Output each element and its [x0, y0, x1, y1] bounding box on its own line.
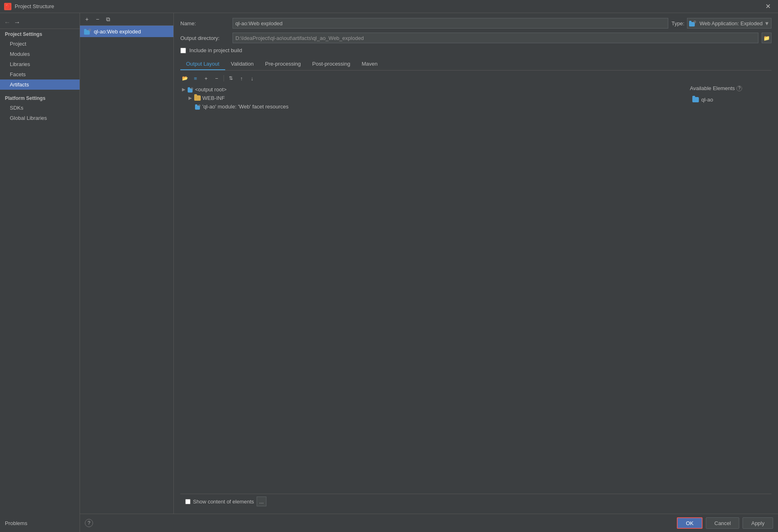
- show-content-label[interactable]: Show content of elements: [193, 499, 254, 505]
- help-button[interactable]: ?: [85, 519, 93, 527]
- platform-settings-label: Platform Settings: [0, 93, 80, 103]
- show-content-checkbox[interactable]: [185, 499, 191, 504]
- add-artifact-button[interactable]: +: [82, 15, 91, 24]
- folder-plus-icon: 📂: [182, 75, 188, 81]
- properties-icon: ≡: [194, 75, 197, 82]
- include-in-build-checkbox[interactable]: [180, 48, 186, 53]
- sidebar-item-libraries[interactable]: Libraries: [0, 59, 80, 69]
- ok-button[interactable]: OK: [677, 517, 703, 529]
- module-resource-icon: ⚙: [195, 104, 201, 110]
- sidebar: ← → Project Settings Project Modules Lib…: [0, 13, 80, 532]
- include-in-build-label[interactable]: Include in project build: [189, 47, 242, 53]
- tab-validation[interactable]: Validation: [225, 58, 259, 70]
- chevron-down-icon: ▼: [764, 20, 769, 26]
- sort-icon: ⇅: [229, 75, 233, 81]
- output-tree-pane: ▶ ⚙ <output root> ▶ WEB-INF: [180, 85, 685, 494]
- sidebar-item-facets[interactable]: Facets: [0, 69, 80, 79]
- folder-icon: [194, 95, 201, 101]
- type-select[interactable]: ⚙ Web Application: Exploded ▼: [687, 18, 771, 29]
- back-arrow[interactable]: ←: [3, 18, 11, 27]
- folder-icon: 📁: [763, 35, 770, 41]
- name-label: Name:: [180, 20, 229, 26]
- tab-post-processing[interactable]: Post-processing: [306, 58, 356, 70]
- output-dir-input[interactable]: [233, 33, 758, 43]
- artifact-list-item[interactable]: ⚙ ql-ao:Web exploded: [80, 26, 173, 37]
- artifact-list-panel: + − ⧉ ⚙ ql-ao:Web exploded: [80, 13, 174, 514]
- remove-icon: −: [215, 75, 218, 82]
- type-wrapper: Type: ⚙ Web Application: Exploded ▼: [672, 18, 771, 29]
- apply-button[interactable]: Apply: [743, 517, 773, 529]
- main-container: ← → Project Settings Project Modules Lib…: [0, 13, 778, 532]
- available-elements-pane: Available Elements ? ql-ao: [690, 85, 771, 494]
- cancel-button[interactable]: Cancel: [706, 517, 739, 529]
- type-select-text: Web Application: Exploded: [700, 20, 762, 26]
- close-button[interactable]: ✕: [762, 2, 774, 11]
- sidebar-item-project[interactable]: Project: [0, 39, 80, 49]
- down-icon: ↓: [251, 75, 254, 82]
- copy-artifact-button[interactable]: ⧉: [104, 15, 113, 24]
- title-bar-text: Project Structure: [15, 3, 762, 9]
- app-icon: 🔴: [4, 3, 11, 10]
- forward-arrow[interactable]: →: [13, 18, 21, 27]
- title-bar: 🔴 Project Structure ✕: [0, 0, 778, 13]
- move-down-button[interactable]: ↓: [248, 74, 257, 83]
- include-in-build-row: Include in project build: [180, 47, 771, 53]
- move-up-button[interactable]: ↑: [237, 74, 246, 83]
- remove-artifact-button[interactable]: −: [93, 15, 102, 24]
- root-icon: ⚙: [188, 87, 193, 93]
- sidebar-item-sdks[interactable]: SDKs: [0, 103, 80, 113]
- toolbar-separator: [224, 75, 224, 82]
- project-settings-label: Project Settings: [0, 29, 80, 39]
- output-tabs: Output Layout Validation Pre-processing …: [180, 58, 771, 71]
- sidebar-divider: [0, 90, 80, 93]
- create-directory-button[interactable]: 📂: [180, 74, 189, 83]
- output-layout-content: ▶ ⚙ <output root> ▶ WEB-INF: [180, 85, 771, 494]
- tree-item-output-root[interactable]: ▶ ⚙ <output root>: [180, 85, 685, 94]
- sidebar-item-global-libraries[interactable]: Global Libraries: [0, 113, 80, 123]
- sort-button[interactable]: ⇅: [226, 74, 235, 83]
- browse-folder-button[interactable]: 📁: [762, 33, 771, 43]
- add-element-button[interactable]: +: [202, 74, 211, 83]
- sidebar-item-artifacts[interactable]: Artifacts: [0, 79, 80, 90]
- name-row: Name: Type: ⚙ Web Application: Exploded …: [180, 18, 771, 29]
- type-label: Type:: [672, 20, 685, 26]
- show-content-row: Show content of elements ...: [185, 497, 767, 506]
- bottom-bar: Show content of elements ...: [180, 494, 771, 509]
- available-elements-header: Available Elements ?: [690, 85, 771, 91]
- artifact-list: ⚙ ql-ao:Web exploded: [80, 26, 173, 514]
- expand-icon: ▶: [182, 87, 185, 92]
- artifact-icon: ⚙: [84, 28, 91, 35]
- name-input[interactable]: [233, 18, 668, 29]
- content-area: + − ⧉ ⚙ ql-ao:Web exploded: [80, 13, 778, 532]
- artifact-panel: + − ⧉ ⚙ ql-ao:Web exploded: [80, 13, 778, 514]
- output-dir-row: Output directory: 📁: [180, 33, 771, 43]
- tree-item-webinf[interactable]: ▶ WEB-INF: [180, 94, 685, 102]
- tab-maven[interactable]: Maven: [356, 58, 383, 70]
- artifact-toolbar: + − ⧉: [80, 13, 173, 26]
- remove-element-button[interactable]: −: [212, 74, 221, 83]
- help-elements-icon[interactable]: ?: [736, 86, 742, 91]
- dialog-buttons: ? OK Cancel Apply: [80, 514, 778, 532]
- sidebar-item-modules[interactable]: Modules: [0, 49, 80, 59]
- more-button[interactable]: ...: [257, 497, 267, 506]
- up-icon: ↑: [240, 75, 243, 82]
- content-toolbar: 📂 ≡ + − ⇅ ↑: [180, 74, 771, 83]
- module-folder-icon: [692, 97, 699, 102]
- detail-panel: Name: Type: ⚙ Web Application: Exploded …: [174, 13, 778, 514]
- sidebar-item-problems[interactable]: Problems: [0, 518, 80, 529]
- show-properties-button[interactable]: ≡: [191, 74, 200, 83]
- add-icon: +: [204, 75, 208, 82]
- available-item-ql-ao[interactable]: ql-ao: [690, 95, 771, 104]
- output-dir-label: Output directory:: [180, 35, 229, 41]
- tab-output-layout[interactable]: Output Layout: [180, 58, 225, 70]
- tree-item-module-resource[interactable]: ⚙ 'ql-ao' module: 'Web' facet resources: [180, 102, 685, 111]
- expand-webinf-icon: ▶: [188, 95, 192, 101]
- type-icon: ⚙: [689, 20, 696, 26]
- tab-pre-processing[interactable]: Pre-processing: [259, 58, 306, 70]
- nav-arrows: ← →: [0, 16, 80, 29]
- available-elements-list: ql-ao: [690, 94, 771, 106]
